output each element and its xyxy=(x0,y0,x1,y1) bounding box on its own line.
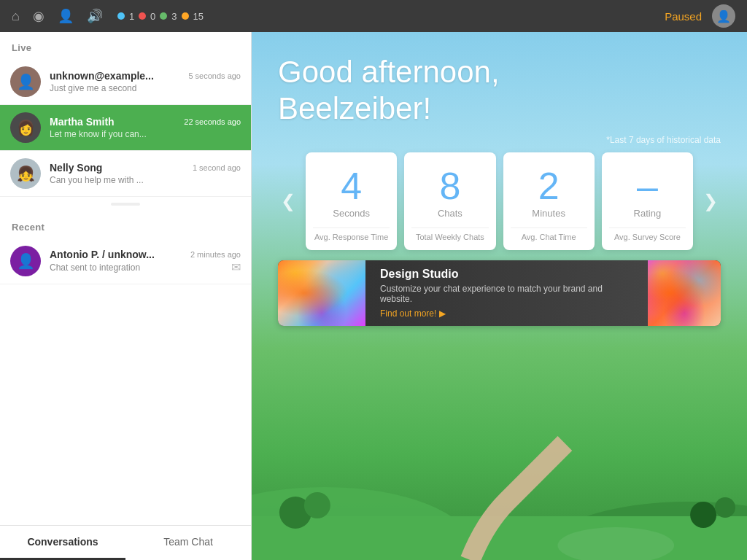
email-icon: ✉ xyxy=(231,260,241,274)
stat-card-survey-score: – Rating Avg. Survey Score xyxy=(602,152,693,250)
recent-info-1: Antonio P. / unknow... 2 minutes ago Cha… xyxy=(50,249,241,274)
dot-green xyxy=(160,12,167,20)
top-navigation: ⌂ ◉ 👤 🔊 1 0 3 15 Paused 👤 xyxy=(0,0,747,32)
recent-preview-1: Chat sent to integration xyxy=(50,262,140,273)
svg-point-7 xyxy=(557,527,674,560)
stat-label-2: Total Weekly Chats xyxy=(416,233,484,241)
promo-title: Design Studio xyxy=(380,268,633,281)
sound-icon[interactable]: 🔊 xyxy=(87,8,103,24)
svg-point-0 xyxy=(252,487,471,560)
live-section-label: Live xyxy=(0,32,251,59)
chat-preview-1: Just give me a second xyxy=(50,83,241,93)
promo-banner[interactable]: Design Studio Customize your chat experi… xyxy=(278,260,721,326)
status-green-count: 3 xyxy=(171,11,177,22)
promo-description: Customize your chat experience to match … xyxy=(380,284,633,304)
right-panel: Good afternoon,Beelzeiber! *Last 7 days … xyxy=(252,32,747,560)
stat-card-response-time: 4 Seconds Avg. Response Time xyxy=(306,152,397,250)
stat-unit-3: Minutes xyxy=(532,208,565,219)
chat-info-2: Martha Smith 22 seconds ago Let me know … xyxy=(50,116,241,139)
tab-team-chat[interactable]: Team Chat xyxy=(125,526,251,560)
nav-icons: ⌂ ◉ 👤 🔊 xyxy=(12,8,103,24)
stat-unit-2: Chats xyxy=(438,208,462,219)
recent-item-1[interactable]: 👤 Antonio P. / unknow... 2 minutes ago C… xyxy=(0,238,251,284)
historical-note: *Last 7 days of historical data xyxy=(252,135,747,145)
next-arrow[interactable]: ❯ xyxy=(700,191,721,211)
tab-conversations[interactable]: Conversations xyxy=(0,526,125,560)
avatar-recent1: 👤 xyxy=(10,246,41,276)
svg-point-6 xyxy=(715,497,735,518)
paused-status[interactable]: Paused xyxy=(665,10,702,23)
stat-label-3: Avg. Chat Time xyxy=(522,233,576,241)
status-orange-count: 15 xyxy=(193,11,204,22)
status-red-count: 0 xyxy=(150,11,155,22)
avatar-chat3: 👧 xyxy=(10,158,41,189)
dot-red xyxy=(139,12,146,20)
chat-preview-2: Let me know if you can... xyxy=(50,129,241,139)
chat-time-3: 1 second ago xyxy=(193,163,241,172)
stat-label-4: Avg. Survey Score xyxy=(614,233,681,241)
prev-arrow[interactable]: ❮ xyxy=(278,191,298,211)
chat-header-3: Nelly Song 1 second ago xyxy=(50,162,241,174)
promo-splash-left xyxy=(278,260,365,326)
activity-icon[interactable]: ◉ xyxy=(33,8,44,24)
chat-info-1: unknown@example... 5 seconds ago Just gi… xyxy=(50,70,241,93)
dot-blue xyxy=(117,12,125,20)
svg-point-4 xyxy=(304,492,330,518)
recent-name-1: Antonio P. / unknow... xyxy=(50,249,155,260)
stat-unit-4: Rating xyxy=(634,208,662,219)
chat-header-1: unknown@example... 5 seconds ago xyxy=(50,70,241,82)
chat-time-1: 5 seconds ago xyxy=(188,71,241,80)
chat-name-3: Nelly Song xyxy=(50,162,102,174)
user-avatar[interactable]: 👤 xyxy=(712,4,735,28)
chat-name-2: Martha Smith xyxy=(50,116,115,128)
stat-card-weekly-chats: 8 Chats Total Weekly Chats xyxy=(404,152,495,250)
chat-item-2[interactable]: 👩 Martha Smith 22 seconds ago Let me kno… xyxy=(0,105,251,151)
stat-value-4: – xyxy=(637,167,658,205)
stats-cards: 4 Seconds Avg. Response Time 8 Chats Tot… xyxy=(306,152,693,250)
recent-header-1: Antonio P. / unknow... 2 minutes ago xyxy=(50,249,241,260)
landscape xyxy=(252,414,747,560)
chat-name-1: unknown@example... xyxy=(50,70,154,82)
promo-link[interactable]: Find out more! ▶ xyxy=(380,308,633,319)
avatar-chat1: 👤 xyxy=(10,66,41,97)
avatar-chat2: 👩 xyxy=(10,112,41,143)
chat-header-2: Martha Smith 22 seconds ago xyxy=(50,116,241,128)
status-blue-count: 1 xyxy=(129,11,134,22)
stats-row: ❮ 4 Seconds Avg. Response Time 8 Chats T… xyxy=(252,152,747,250)
main-content: Live 👤 unknown@example... 5 seconds ago … xyxy=(0,32,747,560)
svg-point-5 xyxy=(690,502,716,528)
svg-point-1 xyxy=(543,502,747,560)
stat-unit-1: Seconds xyxy=(333,208,370,219)
promo-content: Design Studio Customize your chat experi… xyxy=(365,260,648,326)
promo-splash-right xyxy=(648,260,721,326)
svg-rect-2 xyxy=(252,516,747,560)
chat-preview-3: Can you help me with ... xyxy=(50,175,241,185)
contacts-icon[interactable]: 👤 xyxy=(58,8,74,24)
recent-section-label: Recent xyxy=(0,211,251,238)
stat-value-2: 8 xyxy=(439,167,460,205)
greeting-text: Good afternoon,Beelzeiber! xyxy=(252,32,747,135)
stat-value-1: 4 xyxy=(341,167,362,205)
sidebar-tabs: Conversations Team Chat xyxy=(0,525,251,560)
chat-time-2: 22 seconds ago xyxy=(184,117,241,126)
stat-value-3: 2 xyxy=(538,167,560,205)
sidebar: Live 👤 unknown@example... 5 seconds ago … xyxy=(0,32,252,560)
svg-point-3 xyxy=(279,497,311,529)
recent-time-1: 2 minutes ago xyxy=(190,250,241,259)
chat-item-1[interactable]: 👤 unknown@example... 5 seconds ago Just … xyxy=(0,59,251,105)
chat-item-3[interactable]: 👧 Nelly Song 1 second ago Can you help m… xyxy=(0,151,251,197)
dot-orange xyxy=(182,12,189,20)
stat-card-chat-time: 2 Minutes Avg. Chat Time xyxy=(503,152,595,250)
home-icon[interactable]: ⌂ xyxy=(12,9,20,24)
chat-info-3: Nelly Song 1 second ago Can you help me … xyxy=(50,162,241,185)
status-indicators: 1 0 3 15 xyxy=(117,11,204,22)
stat-label-1: Avg. Response Time xyxy=(314,233,388,241)
